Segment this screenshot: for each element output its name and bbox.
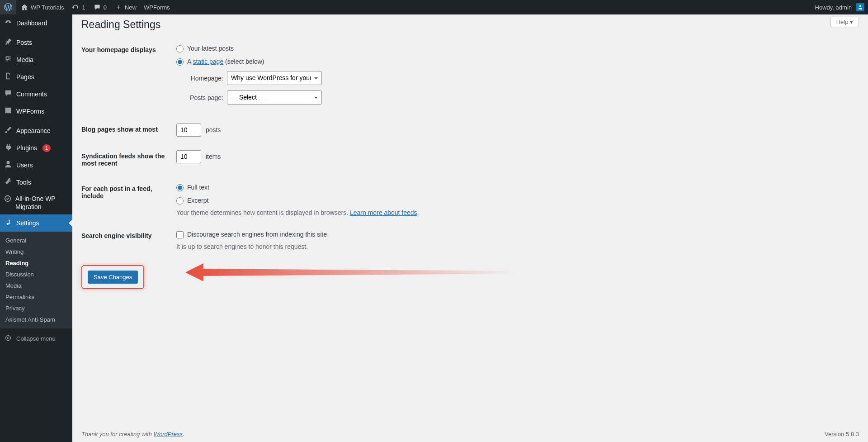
latest-posts-label: Your latest posts [187, 44, 234, 53]
comments-menu[interactable]: 0 [89, 0, 110, 14]
sidebar-item-settings[interactable]: Settings [0, 214, 72, 232]
radio-excerpt[interactable] [176, 197, 184, 204]
wpforms-menu[interactable]: WPForms [140, 0, 174, 14]
excerpt-label: Excerpt [187, 196, 208, 205]
syndication-unit: items [206, 153, 221, 160]
annotation-arrow [185, 261, 515, 284]
wordpress-link[interactable]: WordPress [154, 431, 183, 437]
sidebar-item-plugins[interactable]: Plugins 1 [0, 139, 72, 157]
brush-icon [4, 126, 13, 136]
sidebar-item-tools[interactable]: Tools [0, 174, 72, 191]
save-highlight: Save Changes [81, 265, 144, 289]
page-icon [4, 72, 13, 82]
media-icon [4, 55, 13, 65]
syndication-label: Syndication feeds show the most recent [81, 143, 172, 176]
submenu-akismet[interactable]: Akismet Anti-Spam [0, 314, 72, 325]
home-icon [20, 4, 29, 11]
plugins-badge: 1 [42, 144, 51, 152]
settings-submenu: General Writing Reading Discussion Media… [0, 232, 72, 328]
wp-logo-menu[interactable] [0, 0, 16, 14]
new-content-menu[interactable]: + New [110, 0, 140, 14]
visibility-label: Search engine visibility [81, 223, 172, 257]
sidebar-item-pages[interactable]: Pages [0, 68, 72, 86]
full-text-label: Full text [187, 183, 209, 192]
comment-icon [93, 4, 102, 11]
posts-page-select-label: Posts page: [187, 94, 223, 101]
discourage-desc: It is up to search engines to honor this… [176, 243, 854, 250]
settings-icon [4, 218, 13, 228]
content-area: Help ▾ Reading Settings Your homepage di… [72, 14, 868, 442]
submenu-discussion[interactable]: Discussion [0, 269, 72, 280]
sidebar-item-media[interactable]: Media [0, 51, 72, 68]
new-label: New [125, 4, 137, 11]
site-name-text: WP Tutorials [31, 4, 64, 11]
sidebar-item-dashboard[interactable]: Dashboard [0, 14, 72, 32]
svg-point-1 [5, 336, 10, 341]
wordpress-icon [4, 3, 13, 11]
submenu-media[interactable]: Media [0, 280, 72, 291]
site-name-menu[interactable]: WP Tutorials [16, 0, 67, 14]
radio-latest-posts[interactable] [176, 45, 184, 52]
page-title: Reading Settings [81, 14, 859, 33]
migration-icon [4, 195, 12, 204]
static-page-link[interactable]: static page [193, 58, 223, 65]
homepage-displays-label: Your homepage displays [81, 37, 172, 117]
submenu-privacy[interactable]: Privacy [0, 303, 72, 314]
comments-count: 0 [104, 4, 107, 11]
admin-footer: Thank you for creating with WordPress. V… [81, 431, 859, 437]
sidebar-item-comments[interactable]: Comments [0, 86, 72, 103]
radio-full-text[interactable] [176, 184, 184, 191]
blog-pages-label: Blog pages show at most [81, 117, 172, 143]
homepage-select-label: Homepage: [187, 75, 223, 82]
updates-menu[interactable]: 1 [67, 0, 89, 14]
svg-marker-2 [185, 263, 515, 281]
discourage-label: Discourage search engines from indexing … [187, 230, 327, 239]
radio-static-page[interactable] [176, 58, 184, 66]
homepage-select[interactable]: Why use WordPress for your website? [227, 71, 322, 85]
posts-page-select[interactable]: — Select — [227, 90, 322, 105]
collapse-icon [4, 335, 13, 342]
sidebar-item-posts[interactable]: Posts [0, 34, 72, 51]
learn-feeds-link[interactable]: Learn more about feeds [350, 209, 417, 216]
save-changes-button[interactable]: Save Changes [88, 271, 138, 284]
pin-icon [4, 38, 13, 48]
submenu-general[interactable]: General [0, 235, 72, 246]
plugin-icon [4, 143, 13, 153]
account-menu[interactable]: Howdy, admin [811, 0, 868, 14]
user-icon [4, 160, 13, 170]
admin-sidebar: Dashboard Posts Media Pages Comments WPF… [0, 14, 72, 442]
sidebar-item-users[interactable]: Users [0, 157, 72, 174]
admin-toolbar: WP Tutorials 1 0 + New WPForms Howdy, ad… [0, 0, 868, 14]
sidebar-item-migration[interactable]: All-in-One WP Migration [0, 191, 72, 214]
syndication-input[interactable] [176, 150, 201, 163]
blog-pages-unit: posts [206, 126, 221, 133]
update-icon [71, 4, 80, 11]
discourage-checkbox[interactable] [176, 231, 184, 238]
blog-pages-input[interactable] [176, 124, 201, 137]
updates-count: 1 [82, 4, 85, 11]
collapse-menu[interactable]: Collapse menu [0, 331, 72, 346]
submenu-reading[interactable]: Reading [0, 257, 72, 269]
dashboard-icon [4, 18, 13, 28]
comment-icon [4, 89, 13, 99]
submenu-permalinks[interactable]: Permalinks [0, 291, 72, 303]
feed-include-label: For each post in a feed, include [81, 176, 172, 223]
version-text: Version 5.8.3 [825, 431, 859, 437]
help-tab[interactable]: Help ▾ [830, 17, 859, 27]
form-icon [4, 106, 13, 116]
wpforms-label: WPForms [144, 4, 170, 11]
howdy-text: Howdy, admin [815, 4, 852, 11]
sidebar-item-wpforms[interactable]: WPForms [0, 103, 72, 120]
submenu-writing[interactable]: Writing [0, 246, 72, 257]
wrench-icon [4, 177, 13, 187]
plus-icon: + [114, 3, 123, 11]
avatar [856, 3, 864, 11]
sidebar-item-appearance[interactable]: Appearance [0, 122, 72, 139]
